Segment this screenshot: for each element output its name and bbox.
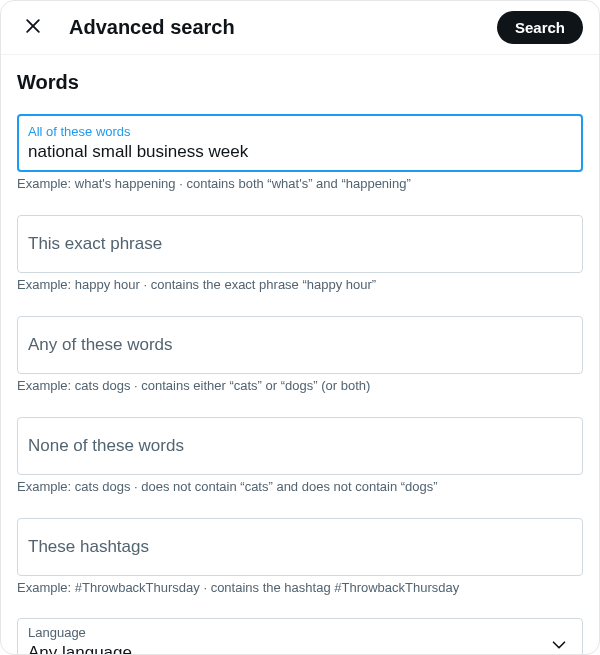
all-words-field[interactable]: All of these words	[17, 114, 583, 172]
exact-phrase-label: This exact phrase	[28, 234, 572, 254]
language-select[interactable]: Language Any language	[17, 618, 583, 655]
hashtags-helper: Example: #ThrowbackThursday · contains t…	[17, 580, 583, 597]
hashtags-field[interactable]: These hashtags	[17, 518, 583, 576]
all-words-label: All of these words	[28, 124, 572, 140]
chevron-down-icon	[548, 634, 570, 655]
exact-phrase-helper: Example: happy hour · contains the exact…	[17, 277, 583, 294]
none-words-field[interactable]: None of these words	[17, 417, 583, 475]
language-value: Any language	[28, 641, 572, 655]
all-words-helper: Example: what's happening · contains bot…	[17, 176, 583, 193]
none-words-helper: Example: cats dogs · does not contain “c…	[17, 479, 583, 496]
any-words-label: Any of these words	[28, 335, 572, 355]
any-words-helper: Example: cats dogs · contains either “ca…	[17, 378, 583, 395]
content-area: Words All of these words Example: what's…	[1, 55, 599, 655]
any-words-field[interactable]: Any of these words	[17, 316, 583, 374]
language-label: Language	[28, 625, 572, 641]
close-icon	[23, 16, 43, 39]
exact-phrase-field[interactable]: This exact phrase	[17, 215, 583, 273]
all-words-input[interactable]	[28, 140, 572, 162]
page-title: Advanced search	[69, 16, 497, 39]
search-button[interactable]: Search	[497, 11, 583, 44]
hashtags-label: These hashtags	[28, 537, 572, 557]
section-heading-words: Words	[17, 71, 583, 94]
none-words-label: None of these words	[28, 436, 572, 456]
close-button[interactable]	[17, 10, 49, 45]
modal-header: Advanced search Search	[1, 1, 599, 55]
